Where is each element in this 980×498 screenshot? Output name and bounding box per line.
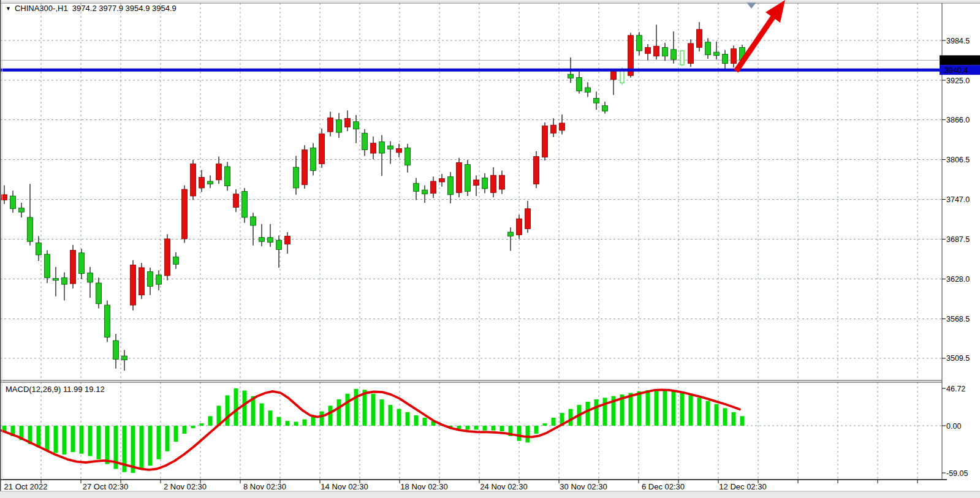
candle xyxy=(208,181,213,184)
candle xyxy=(79,253,85,274)
candle xyxy=(551,125,556,133)
candle xyxy=(405,148,411,165)
candle xyxy=(242,191,248,217)
candle xyxy=(156,275,162,284)
candle xyxy=(654,46,659,56)
candle xyxy=(388,146,393,149)
macd-bar xyxy=(552,418,556,426)
macd-bar xyxy=(483,426,487,431)
time-tick-label: 30 Nov 02:30 xyxy=(560,482,607,491)
candle xyxy=(697,29,702,47)
time-tick-label: 27 Oct 02:30 xyxy=(83,482,128,491)
candle xyxy=(457,162,462,192)
price-tick-label: 3509.5 xyxy=(946,354,970,363)
macd-bar xyxy=(526,426,530,442)
time-tick-label: 21 Oct 2022 xyxy=(4,482,48,491)
svg-text:3954.9: 3954.9 xyxy=(944,56,968,65)
macd-bar xyxy=(723,408,727,426)
ohlc-values-label: 3974.2 3977.9 3954.9 3954.9 xyxy=(72,4,177,13)
candle xyxy=(431,181,436,194)
macd-bar xyxy=(397,409,401,426)
macd-bar xyxy=(191,426,196,428)
candle xyxy=(560,123,565,130)
candle xyxy=(620,70,624,83)
candle xyxy=(62,277,67,284)
macd-bar xyxy=(286,421,290,426)
candle xyxy=(345,118,351,127)
candle xyxy=(311,148,316,170)
candle xyxy=(585,88,591,92)
candle xyxy=(397,148,402,153)
candle xyxy=(474,180,479,186)
macd-bar xyxy=(689,395,693,426)
price-tick-label: 3747.0 xyxy=(946,195,970,204)
candle xyxy=(439,179,445,182)
candle xyxy=(602,106,608,111)
candle xyxy=(688,43,694,64)
time-tick-label: 18 Nov 02:30 xyxy=(400,482,447,491)
candle xyxy=(671,50,677,59)
candle xyxy=(45,254,50,277)
candle xyxy=(173,257,179,264)
macd-bar xyxy=(174,426,178,442)
status-bar xyxy=(0,491,980,498)
candle xyxy=(199,177,205,187)
chart-canvas[interactable]: 3984.53925.03866.03806.53747.03687.53628… xyxy=(0,0,980,498)
candle xyxy=(225,167,230,186)
macd-bar xyxy=(646,390,650,426)
macd-bar xyxy=(672,391,676,426)
trading-chart-window: 3984.53925.03866.03806.53747.03687.53628… xyxy=(0,0,980,498)
candle xyxy=(714,52,720,55)
macd-bar xyxy=(165,426,170,451)
time-tick-label: 14 Nov 02:30 xyxy=(321,482,368,491)
candle xyxy=(148,271,153,286)
price-tick-label: 3687.5 xyxy=(946,235,970,244)
macd-bar xyxy=(423,418,427,426)
candle xyxy=(319,134,325,164)
candle xyxy=(182,189,188,239)
candle xyxy=(28,217,33,241)
macd-bar xyxy=(148,426,153,466)
candle xyxy=(191,164,196,196)
candle xyxy=(113,341,119,360)
candle xyxy=(534,157,539,184)
candle xyxy=(216,164,222,180)
time-tick-label: 12 Dec 02:30 xyxy=(719,482,766,491)
price-tick-label: 3925.0 xyxy=(946,77,970,85)
macd-bar xyxy=(226,395,230,426)
time-tick-label: 8 Nov 02:30 xyxy=(243,482,286,491)
chart-background[interactable] xyxy=(0,0,980,498)
macd-bar xyxy=(466,426,470,430)
macd-bar xyxy=(294,421,298,426)
candle xyxy=(568,74,574,78)
macd-bar xyxy=(105,426,110,464)
macd-bar xyxy=(346,394,350,426)
macd-bar xyxy=(380,399,384,426)
price-tags: 3954.93940.4 xyxy=(940,55,980,75)
symbol-timeframe-label: CHINA300-,H1 xyxy=(15,4,68,13)
macd-bar xyxy=(140,426,144,470)
macd-bar xyxy=(208,416,213,426)
macd-bar xyxy=(337,399,341,426)
macd-bar xyxy=(320,412,324,426)
macd-bar xyxy=(740,416,745,426)
macd-bar xyxy=(71,426,75,452)
macd-bar xyxy=(54,426,58,453)
symbol-dropdown-icon[interactable]: ▼ xyxy=(6,6,11,12)
macd-bar xyxy=(517,426,522,441)
candle xyxy=(663,47,668,56)
macd-bar xyxy=(243,391,247,426)
time-tick-label: 24 Nov 02:30 xyxy=(480,482,527,491)
candle xyxy=(294,167,299,188)
candle xyxy=(594,98,599,103)
candle xyxy=(276,240,282,249)
candle xyxy=(302,150,308,185)
time-tick-label: 2 Nov 02:30 xyxy=(164,482,207,491)
candle xyxy=(723,54,728,63)
candle xyxy=(96,283,102,304)
candle xyxy=(336,119,342,132)
candle xyxy=(465,165,471,192)
candle xyxy=(731,49,737,64)
candle xyxy=(499,175,505,189)
macd-bar xyxy=(200,423,204,426)
